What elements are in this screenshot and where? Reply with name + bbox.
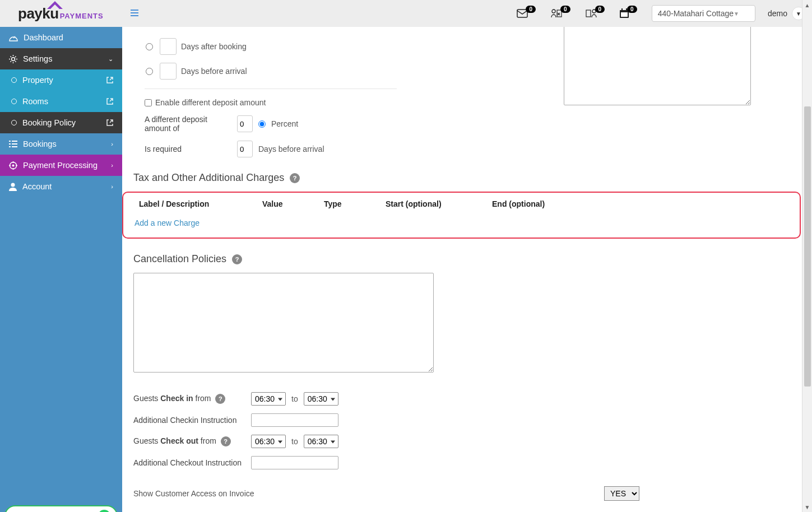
is-required-suffix: Days before arrival [258,145,324,153]
checkouts-today[interactable]: 0 [585,8,607,18]
main-content: Days after booking Days before arrival E… [122,27,812,512]
invoice-access-label: Show Customer Access on Invoice [133,489,598,498]
days-after-label: Days after booking [181,42,247,51]
scroll-up-arrow[interactable]: ▲ [802,0,812,10]
tax-title-text: Tax and Other Additional Charges [133,172,284,184]
svg-rect-6 [621,12,628,17]
scroll-thumb[interactable] [804,106,811,387]
logo-arrow-icon [46,1,64,10]
svg-rect-10 [9,141,11,142]
whatsapp-icon [98,510,110,512]
days-after-input[interactable] [160,38,177,55]
sidebar-toggle[interactable] [131,8,138,18]
checkin-from-select[interactable]: 06:30 [251,392,286,406]
from-text: from [193,394,211,403]
sidebar-item-account[interactable]: Account › [0,176,122,197]
days-before-input[interactable] [160,63,177,80]
checkin-bold: Check in [160,394,193,403]
help-icon[interactable]: ? [290,173,300,183]
calendar-notifications[interactable]: 0 [619,8,639,18]
sidebar-label: Account [22,182,52,191]
topbar: payku PAYMENTS 0 0 0 0 440-Matahari Cott… [0,0,812,27]
checkout-badge: 0 [595,6,605,13]
caret-down-icon: ▼ [734,11,739,17]
addl-checkin-row: Additional Checkin Instruction [133,413,801,427]
svg-rect-12 [9,143,11,145]
sidebar-label: Payment Processing [23,161,98,170]
cancellation-title-text: Cancellation Policies [133,253,226,265]
checkout-from-select[interactable]: 06:30 [251,435,286,448]
addl-checkin-input[interactable] [251,413,338,427]
invoice-access-row: Show Customer Access on Invoice YES [133,486,801,501]
enable-different-deposit-label: Enable different deposit amount [155,98,266,107]
help-icon[interactable]: ? [215,394,225,404]
notes-textarea[interactable] [564,27,751,105]
topbar-right: 0 0 0 0 440-Matahari Cottage ▼ demo ▼ [517,5,805,22]
tax-charges-highlight: Label / Description Value Type Start (op… [122,192,801,239]
different-deposit-input[interactable] [237,115,253,132]
checkin-row: Guests Check in from ? 06:30 to 06:30 [133,392,801,406]
logo-text-sub: PAYMENTS [60,12,104,20]
bullet-icon [11,120,17,125]
sidebar-item-property[interactable]: Property [0,69,122,91]
to-label: to [291,437,298,446]
checkin-to-select[interactable]: 06:30 [304,392,338,406]
help-icon[interactable]: ? [221,436,231,446]
svg-rect-14 [9,146,11,147]
enable-different-deposit-checkbox[interactable] [145,99,152,106]
sidebar-item-settings[interactable]: Settings ⌄ [0,48,122,69]
list-icon [9,141,17,147]
to-label: to [291,394,298,403]
svg-rect-13 [12,143,17,145]
sidebar-item-rooms[interactable]: Rooms [0,91,122,112]
days-before-radio[interactable] [146,68,153,75]
sidebar-label: Property [22,76,53,85]
days-after-radio[interactable] [146,43,153,50]
guests-text: Guests [133,436,160,445]
sidebar-item-payment-processing[interactable]: Payment Processing › [0,155,122,176]
checkout-to-select[interactable]: 06:30 [304,435,338,448]
cancellation-textarea[interactable] [133,273,434,373]
addl-checkout-input[interactable] [251,456,338,469]
user-label: demo [768,9,787,18]
property-selected: 440-Matahari Cottage [658,9,734,18]
percent-radio[interactable] [258,120,266,128]
external-link-icon [106,119,113,126]
invoice-access-select[interactable]: YES [604,486,639,501]
scroll-down-arrow[interactable]: ▼ [802,502,812,512]
percent-label: Percent [271,119,298,128]
target-icon [9,161,17,170]
vertical-scrollbar[interactable]: ▲ ▼ [802,0,812,512]
checkout-bold: Check out [160,436,198,445]
checkin-badge: 0 [560,6,570,13]
addl-checkin-label: Additional Checkin Instruction [133,416,245,425]
add-charge-link[interactable]: Add a new Charge [128,218,795,227]
property-selector[interactable]: 440-Matahari Cottage ▼ [652,5,755,22]
chat-support-button[interactable]: Chat with Support Hotline [4,505,118,512]
bullet-icon [11,99,17,104]
days-before-label: Days before arrival [181,67,247,76]
sidebar-label: Booking Policy [22,118,76,127]
is-required-label: Is required [145,145,231,153]
svg-rect-15 [12,146,17,147]
divider [145,89,397,89]
checkins-today[interactable]: 0 [550,8,573,18]
external-link-icon [106,77,113,83]
addl-checkout-label: Additional Checkout Instruction [133,458,245,467]
user-menu[interactable]: demo ▼ [768,7,805,20]
sidebar-label: Settings [23,54,52,63]
sidebar-item-booking-policy[interactable]: Booking Policy [0,112,122,133]
sidebar-label: Dashboard [24,33,63,42]
sidebar-item-bookings[interactable]: Bookings › [0,133,122,155]
is-required-input[interactable] [237,141,253,157]
col-label: Label / Description [139,199,229,208]
svg-marker-0 [47,1,63,9]
sidebar-item-dashboard[interactable]: Dashboard [0,27,122,48]
help-icon[interactable]: ? [232,254,242,264]
svg-point-17 [12,164,15,166]
calendar-badge: 0 [627,6,637,13]
addl-checkout-row: Additional Checkout Instruction [133,456,801,469]
mail-notifications[interactable]: 0 [517,9,538,18]
gear-icon [9,55,17,63]
different-deposit-label: A different deposit amount of [145,115,231,133]
